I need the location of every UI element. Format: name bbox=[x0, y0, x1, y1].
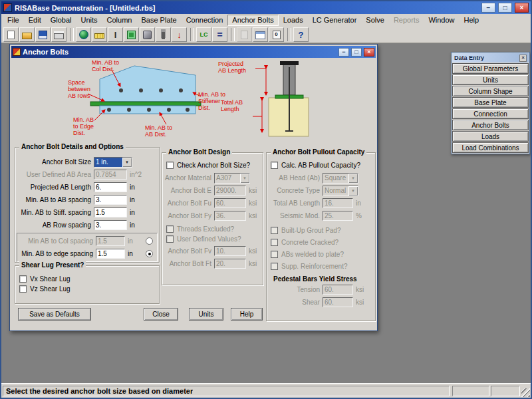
data-entry-units-button[interactable]: Units bbox=[452, 74, 529, 85]
calc-ab-pullout-label: Calc. AB Pullout Capacity? bbox=[281, 162, 360, 169]
menu-item-anchor-bolts[interactable]: Anchor Bolts bbox=[227, 15, 278, 26]
menu-item-lc-generator[interactable]: LC Generator bbox=[308, 15, 362, 26]
menu-item-file[interactable]: File bbox=[3, 15, 24, 26]
vz-shear-lug-label: Vz Shear Lug bbox=[30, 285, 70, 293]
global-parameters-button[interactable] bbox=[76, 27, 91, 42]
new-file-button[interactable] bbox=[3, 27, 19, 42]
diagram-label-min-ab-col: Min. AB to Col Dist. bbox=[92, 59, 119, 72]
help-button[interactable]: ? bbox=[293, 27, 309, 42]
anchor-bolt-fu-unit: ksi bbox=[246, 200, 257, 207]
print-button[interactable] bbox=[51, 27, 66, 42]
save-as-defaults-button[interactable]: Save as Defaults bbox=[18, 308, 91, 321]
menu-item-column[interactable]: Column bbox=[102, 15, 137, 26]
calculator-button[interactable]: 0 bbox=[269, 27, 284, 42]
status-message-panel: Select the desired anchor bolt size base… bbox=[3, 386, 450, 396]
open-file-button[interactable] bbox=[19, 27, 35, 42]
toolbar-separator bbox=[231, 28, 235, 41]
ab-head-label: AB Head (Ab) bbox=[268, 174, 323, 182]
min-ab-to-col-spacing-radio[interactable] bbox=[146, 237, 153, 245]
units-button[interactable]: Units bbox=[189, 308, 223, 321]
base-plate-button[interactable] bbox=[124, 27, 139, 42]
dialog-icon bbox=[13, 48, 21, 56]
save-button[interactable] bbox=[35, 27, 51, 42]
menu-item-reports[interactable]: Reports bbox=[389, 15, 424, 26]
solve-button[interactable]: = bbox=[212, 27, 227, 42]
vx-shear-lug-label: Vx Shear Lug bbox=[30, 275, 70, 283]
spreadsheet-icon bbox=[255, 31, 265, 39]
grout-pad-label: Built-Up Grout Pad? bbox=[281, 227, 341, 234]
group-pullout-capacity: Anchor Bolt Pullout Capacity Calc. AB Pu… bbox=[266, 152, 376, 321]
menu-item-global[interactable]: Global bbox=[46, 15, 76, 26]
reports-button[interactable] bbox=[237, 27, 252, 42]
chevron-down-icon[interactable]: ▼ bbox=[122, 158, 132, 167]
projected-ab-length-field[interactable]: 6. bbox=[94, 182, 127, 192]
seismic-mod-unit: % bbox=[353, 212, 362, 219]
data-entry-load-combinations-button[interactable]: Load Combinations bbox=[452, 142, 529, 153]
diagram-label-min-ab-edge: Min. AB to Edge Dist. bbox=[73, 116, 94, 136]
data-entry-base-plate-button[interactable]: Base Plate bbox=[452, 97, 529, 108]
user-defined-ab-area-unit: in^2 bbox=[127, 171, 142, 178]
vz-shear-lug-checkbox[interactable] bbox=[19, 285, 27, 293]
toolbar-separator bbox=[70, 28, 74, 41]
spreadsheet-button[interactable] bbox=[253, 27, 268, 42]
loads-button[interactable]: ↓ bbox=[172, 27, 187, 42]
units-button[interactable] bbox=[92, 27, 107, 42]
help-button[interactable]: Help bbox=[231, 308, 263, 321]
data-entry-loads-button[interactable]: Loads bbox=[452, 131, 529, 142]
user-defined-values-checkbox bbox=[166, 235, 174, 243]
anchor-bolts-button[interactable] bbox=[156, 27, 171, 42]
menu-item-loads[interactable]: Loads bbox=[279, 15, 308, 26]
data-entry-anchor-bolts-button[interactable]: Anchor Bolts bbox=[452, 120, 529, 130]
concrete-type-label: Concrete Type bbox=[268, 187, 323, 194]
dialog-title: Anchor Bolts bbox=[23, 48, 68, 56]
close-dialog-button[interactable]: Close bbox=[144, 308, 178, 321]
menu-item-solve[interactable]: Solve bbox=[361, 15, 389, 26]
min-ab-to-ab-spacing-label: Min. AB to AB spacing bbox=[17, 196, 94, 203]
concrete-cracked-checkbox bbox=[271, 239, 278, 246]
toolbar-separator bbox=[287, 28, 291, 41]
data-entry-connection-button[interactable]: Connection bbox=[452, 108, 529, 119]
min-ab-to-edge-spacing-radio[interactable] bbox=[146, 250, 153, 257]
menu-item-base-plate[interactable]: Base Plate bbox=[136, 15, 181, 26]
min-ab-to-stiff-spacing-field[interactable]: 1.5 bbox=[94, 207, 127, 217]
ab-row-spacing-field[interactable]: 3. bbox=[94, 220, 127, 230]
vx-shear-lug-checkbox[interactable] bbox=[19, 275, 27, 283]
menu-item-edit[interactable]: Edit bbox=[24, 15, 46, 26]
anchor-bolt-diagram: Min. AB to Col Dist. Space between AB ro… bbox=[68, 59, 311, 142]
check-anchor-bolt-size-checkbox[interactable] bbox=[166, 162, 174, 169]
lc-generator-button[interactable]: LC bbox=[196, 27, 211, 42]
projected-ab-length-label: Projected AB Length bbox=[17, 184, 94, 191]
ab-head-value: Square bbox=[323, 174, 348, 183]
menu-item-help[interactable]: Help bbox=[460, 15, 484, 26]
connection-button[interactable] bbox=[140, 27, 155, 42]
data-entry-global-parameters-button[interactable]: Global Parameters bbox=[452, 63, 529, 74]
menu-item-window[interactable]: Window bbox=[424, 15, 459, 26]
menu-item-units[interactable]: Units bbox=[76, 15, 102, 26]
solve-icon: = bbox=[217, 30, 222, 39]
group-anchor-bolt-design-title: Anchor Bolt Design bbox=[166, 148, 232, 156]
column-shape-button[interactable]: I bbox=[108, 27, 123, 42]
units-icon bbox=[94, 33, 104, 39]
threads-excluded-checkbox bbox=[166, 225, 174, 233]
close-button[interactable]: × bbox=[515, 3, 529, 13]
group-anchor-bolt-details: Anchor Bolt Details and Options Anchor B… bbox=[15, 147, 160, 263]
dialog-maximize-button[interactable]: □ bbox=[351, 48, 362, 57]
minimize-button[interactable]: − bbox=[481, 3, 495, 13]
maximize-button[interactable]: □ bbox=[498, 3, 512, 13]
toolbar: I↓LC=0? bbox=[1, 27, 531, 43]
anchor-bolt-fy-unit: ksi bbox=[246, 212, 257, 219]
calc-ab-pullout-checkbox[interactable] bbox=[271, 162, 278, 169]
data-entry-close-icon[interactable]: × bbox=[519, 55, 527, 62]
anchor-bolt-size-select[interactable]: 1 in. ▼ bbox=[94, 157, 132, 168]
dialog-close-icon[interactable]: × bbox=[364, 48, 374, 57]
min-ab-to-edge-spacing-field[interactable]: 1.5 bbox=[96, 249, 125, 259]
anchor-material-label: Anchor Material bbox=[164, 174, 214, 182]
resize-grip[interactable] bbox=[521, 388, 530, 397]
menu-item-connection[interactable]: Connection bbox=[182, 15, 228, 26]
toolbar-separator bbox=[190, 28, 194, 41]
chevron-down-icon: ▼ bbox=[348, 186, 358, 196]
data-entry-column-shape-button[interactable]: Column Shape bbox=[452, 86, 529, 96]
dialog-minimize-button[interactable]: − bbox=[338, 48, 349, 57]
min-ab-to-ab-spacing-field[interactable]: 3. bbox=[94, 195, 127, 205]
data-entry-title: Data Entry bbox=[454, 55, 484, 61]
